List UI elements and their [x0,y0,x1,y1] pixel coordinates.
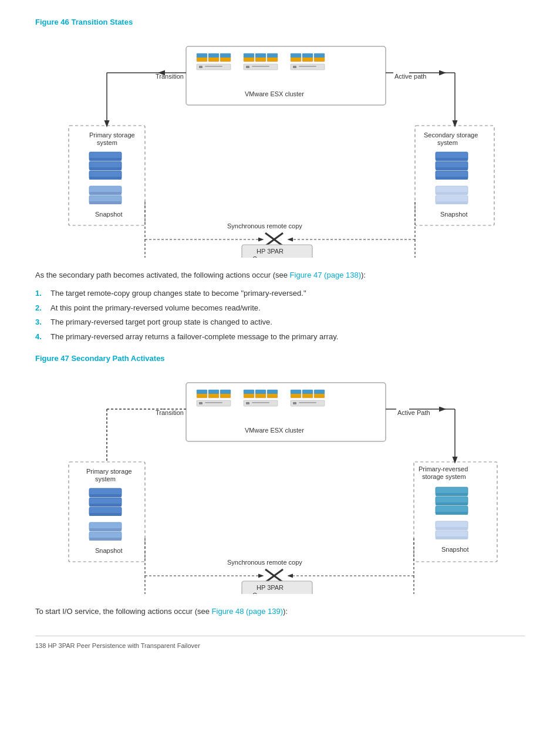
svg-rect-7 [220,53,231,58]
svg-rect-139 [436,527,468,530]
svg-rect-21 [199,66,203,68]
svg-text:system: system [437,139,458,146]
svg-rect-56 [436,177,468,180]
svg-rect-96 [291,390,301,394]
svg-rect-42 [89,177,122,180]
list-item-3: 3. The primary-reversed target port grou… [35,316,525,329]
footer: 138 HP 3PAR Peer Persistence with Transp… [35,636,525,649]
svg-text:storage system: storage system [422,473,466,480]
svg-rect-60 [436,201,468,204]
svg-rect-119 [89,494,122,497]
svg-rect-28 [299,66,316,67]
svg-text:Transition: Transition [156,409,184,416]
svg-rect-15 [291,53,301,58]
svg-rect-17 [302,53,313,58]
svg-rect-137 [436,512,468,515]
svg-rect-44 [89,192,122,195]
svg-text:system: system [95,475,116,482]
svg-rect-98 [302,390,313,394]
svg-rect-9 [244,53,254,58]
svg-text:Active path: Active path [394,73,426,80]
svg-rect-27 [293,66,296,68]
svg-text:Quorum: Quorum [252,255,276,258]
svg-text:Secondary storage: Secondary storage [424,131,478,139]
svg-rect-133 [436,493,468,496]
svg-text:Primary storage: Primary storage [89,131,135,139]
svg-text:HP 3PAR: HP 3PAR [257,584,284,591]
svg-rect-109 [299,402,316,403]
svg-rect-5 [208,53,219,58]
svg-text:Snapshot: Snapshot [95,211,122,218]
svg-rect-135 [436,502,468,505]
body-text-1: As the secondary path becomes activated,… [35,269,525,282]
svg-rect-3 [197,53,207,58]
svg-rect-22 [205,66,222,67]
svg-rect-13 [267,53,278,58]
svg-rect-52 [436,158,468,161]
svg-rect-46 [89,201,122,204]
svg-rect-100 [314,390,325,394]
svg-text:Snapshot: Snapshot [440,211,467,218]
svg-text:Snapshot: Snapshot [95,547,122,554]
figure46-diagram: VMware ESX cluster Transition [57,35,503,258]
svg-rect-84 [197,390,207,394]
svg-rect-102 [199,402,203,404]
figure47-title: Figure 47 Secondary Path Activates [35,354,525,363]
list-item-4: 4. The primary-reversed array returns a … [35,331,525,343]
svg-rect-54 [436,167,468,170]
svg-text:Synchronous remote copy: Synchronous remote copy [227,222,302,229]
list-item-1: 1. The target remote-copy group changes … [35,288,525,300]
svg-rect-90 [244,390,254,394]
figure46-title: Figure 46 Transition States [35,18,525,26]
svg-rect-141 [436,536,468,539]
svg-rect-25 [252,66,269,67]
svg-rect-40 [89,167,122,170]
svg-rect-24 [246,66,249,68]
figure47-diagram: VMware ESX cluster Transition [57,371,503,594]
svg-rect-105 [246,402,249,404]
svg-rect-86 [208,390,219,394]
svg-rect-127 [89,538,122,541]
svg-text:Snapshot: Snapshot [441,546,468,553]
svg-rect-19 [314,53,325,58]
svg-rect-94 [267,390,278,394]
svg-text:VMware ESX cluster: VMware ESX cluster [245,427,304,434]
svg-text:Primary storage: Primary storage [86,468,132,475]
svg-rect-103 [205,402,222,403]
svg-text:VMware ESX cluster: VMware ESX cluster [245,90,304,97]
svg-rect-106 [252,402,269,403]
svg-text:Transition: Transition [156,73,184,80]
svg-rect-121 [89,504,122,507]
svg-text:HP 3PAR: HP 3PAR [257,248,284,255]
svg-rect-38 [89,158,122,161]
figure47-link[interactable]: Figure 47 (page 138) [290,271,361,279]
svg-rect-125 [89,528,122,531]
svg-text:Synchronous remote copy: Synchronous remote copy [227,559,302,566]
action-list: 1. The target remote-copy group changes … [35,288,525,343]
svg-rect-88 [220,390,231,394]
list-item-2: 2. At this point the primary-reversed vo… [35,302,525,315]
svg-rect-123 [89,513,122,516]
svg-rect-108 [293,402,296,404]
svg-rect-92 [255,390,266,394]
svg-rect-58 [436,192,468,195]
figure48-link[interactable]: Figure 48 (page 139) [212,607,283,616]
svg-text:Primary-reversed: Primary-reversed [419,465,468,472]
svg-text:system: system [97,139,117,146]
body-text-2: To start I/O service, the following acti… [35,606,525,618]
svg-text:Quorum: Quorum [252,592,276,594]
svg-text:Active Path: Active Path [397,409,430,416]
svg-rect-11 [255,53,266,58]
